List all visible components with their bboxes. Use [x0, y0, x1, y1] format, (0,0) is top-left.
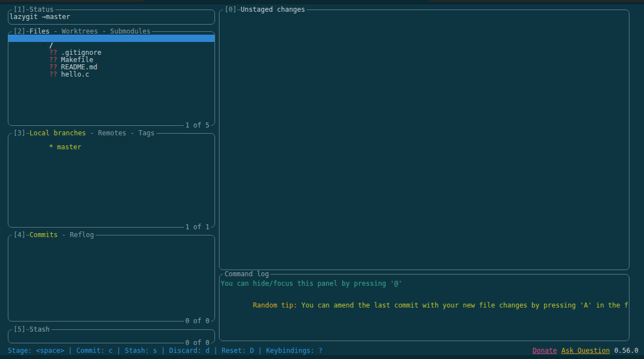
file-name: hello.c: [61, 70, 89, 78]
window-bottom-edge: [0, 355, 644, 359]
file-name: Makefile: [61, 56, 93, 64]
commits-position-indicator: 0 of 0: [184, 318, 211, 325]
file-name: .gitignore: [61, 49, 101, 56]
file-name: README.md: [61, 63, 97, 71]
bottom-status-bar: Stage: <space> | Commit: c | Stash: s | …: [0, 347, 644, 355]
branch-name: master: [57, 143, 81, 151]
stash-panel[interactable]: [5]Stash 0 of 0: [8, 329, 215, 343]
command-log-hint: You can hide/focus this panel by pressin…: [221, 280, 629, 287]
ask-question-link[interactable]: Ask Question: [561, 347, 610, 355]
command-log-panel[interactable]: Command log You can hide/focus this pane…: [219, 274, 629, 341]
window-edge-segment: [0, 0, 144, 2]
collapse-triangle-icon: ▼: [42, 41, 46, 49]
keybinding-hints: Stage: <space> | Commit: c | Stash: s | …: [8, 347, 323, 355]
file-status-untracked: ??: [49, 56, 57, 64]
lazygit-terminal: [1]Status lazygit →master [2]Files - Wor…: [0, 0, 644, 359]
donate-link[interactable]: Donate: [533, 347, 557, 355]
file-status-untracked: ??: [49, 63, 57, 71]
version-label: 0.56.0: [614, 347, 638, 355]
window-top-edge: [0, 0, 644, 4]
branch-row[interactable]: *master: [8, 136, 214, 144]
branches-panel[interactable]: [3]Local branches - Remotes - Tags *mast…: [8, 133, 215, 228]
commits-list-empty: [8, 235, 214, 321]
checked-out-marker: *: [49, 143, 53, 151]
status-panel[interactable]: [1]Status lazygit →master: [8, 10, 215, 25]
file-status-untracked: ??: [49, 70, 57, 78]
file-name: /: [49, 41, 53, 49]
file-row-selected-directory[interactable]: ▼/: [8, 35, 214, 42]
files-position-indicator: 1 of 5: [184, 122, 211, 129]
command-log-spacer: [221, 287, 629, 295]
stash-position-indicator: 0 of 0: [184, 339, 211, 347]
main-view-panel[interactable]: [0]Unstaged changes: [219, 10, 629, 270]
repo-branch-status: lazygit →master: [9, 13, 214, 21]
tip-text: You can amend the last commit with your …: [297, 301, 629, 309]
branches-position-indicator: 1 of 1: [184, 224, 211, 231]
files-panel[interactable]: [2]Files - Worktrees - Submodules ▼/ ??.…: [8, 31, 215, 126]
commits-panel[interactable]: [4]Commits - Reflog 0 of 0: [8, 235, 215, 322]
window-edge-segment: [429, 0, 644, 2]
file-status-untracked: ??: [49, 49, 57, 56]
diff-view-empty: [220, 10, 629, 270]
command-log-tip: Random tip: You can amend the last commi…: [221, 295, 629, 302]
tip-label: Random tip:: [253, 301, 297, 309]
